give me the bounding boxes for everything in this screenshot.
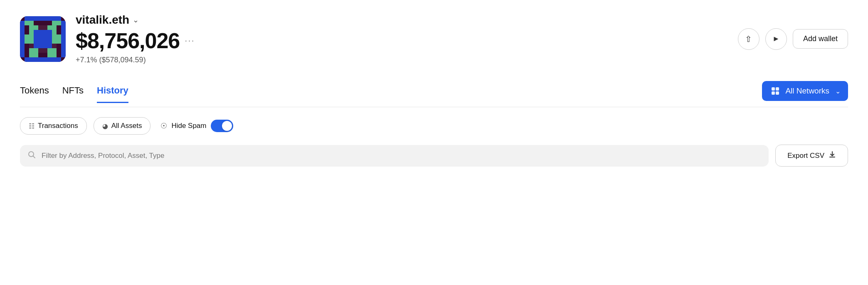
assets-icon: ◕ — [102, 122, 108, 130]
svg-rect-5 — [25, 16, 61, 21]
svg-rect-10 — [25, 34, 34, 44]
avatar — [20, 16, 66, 62]
svg-rect-20 — [776, 87, 779, 91]
svg-rect-3 — [20, 21, 25, 57]
tab-history[interactable]: History — [97, 85, 128, 103]
shield-icon: ☉ — [160, 121, 167, 130]
export-csv-label: Export CSV — [787, 152, 824, 160]
header-right: ⇧ ► Add wallet — [738, 28, 848, 50]
hide-spam-toggle[interactable] — [211, 120, 233, 132]
search-row: Export CSV — [20, 145, 848, 167]
wallet-balance: $8,756,026 — [76, 28, 180, 53]
svg-rect-13 — [47, 48, 57, 57]
tab-nfts[interactable]: NFTs — [62, 85, 84, 103]
header-left: vitalik.eth ⌄ $8,756,026 ··· +7.1% ($578… — [20, 13, 195, 64]
add-wallet-button[interactable]: Add wallet — [793, 29, 848, 49]
networks-chevron-icon: ⌄ — [835, 87, 841, 95]
wallet-change: +7.1% ($578,094.59) — [76, 56, 195, 64]
svg-rect-19 — [772, 87, 775, 91]
share-icon: ⇧ — [745, 34, 752, 44]
svg-rect-6 — [25, 57, 61, 62]
tabs: Tokens NFTs History — [20, 85, 128, 103]
svg-rect-21 — [772, 91, 775, 95]
svg-line-24 — [33, 156, 35, 158]
transactions-label: Transactions — [38, 122, 78, 130]
wallet-name-row: vitalik.eth ⌄ — [76, 13, 195, 27]
wallet-change-value: +7.1% ($578,094.59) — [76, 56, 146, 64]
svg-rect-25 — [829, 157, 835, 157]
hide-spam-label: Hide Spam — [171, 122, 206, 130]
wallet-balance-row: $8,756,026 ··· — [76, 28, 195, 53]
toggle-knob — [222, 121, 232, 131]
send-icon: ► — [772, 34, 780, 43]
hide-spam-group: ☉ Hide Spam — [160, 120, 233, 132]
svg-rect-14 — [38, 34, 47, 44]
svg-rect-17 — [34, 30, 38, 48]
networks-label: All Networks — [785, 86, 829, 96]
all-networks-button[interactable]: All Networks ⌄ — [762, 81, 848, 101]
more-icon[interactable]: ··· — [185, 35, 195, 46]
all-assets-button[interactable]: ◕ All Assets — [94, 117, 151, 135]
transactions-button[interactable]: ☷ Transactions — [20, 117, 87, 135]
header: vitalik.eth ⌄ $8,756,026 ··· +7.1% ($578… — [20, 13, 848, 64]
svg-rect-12 — [29, 48, 38, 57]
svg-rect-22 — [776, 91, 779, 95]
svg-rect-11 — [52, 34, 61, 44]
tabs-section: Tokens NFTs History All Networks ⌄ — [20, 81, 848, 107]
export-download-icon — [829, 151, 836, 160]
search-input-wrapper — [20, 145, 769, 167]
filter-bar: ☷ Transactions ◕ All Assets ☉ Hide Spam — [20, 117, 848, 135]
svg-rect-4 — [61, 21, 66, 57]
tab-tokens[interactable]: Tokens — [20, 85, 49, 103]
share-button[interactable]: ⇧ — [738, 28, 760, 50]
send-button[interactable]: ► — [765, 28, 787, 50]
wallet-info: vitalik.eth ⌄ $8,756,026 ··· +7.1% ($578… — [76, 13, 195, 64]
all-assets-label: All Assets — [111, 122, 142, 130]
search-icon — [27, 150, 36, 161]
networks-grid-icon — [769, 85, 781, 97]
export-csv-button[interactable]: Export CSV — [775, 145, 848, 167]
chevron-down-icon[interactable]: ⌄ — [133, 15, 139, 25]
svg-rect-18 — [47, 30, 52, 48]
filter-lines-icon: ☷ — [29, 122, 35, 130]
search-input[interactable] — [20, 145, 769, 167]
wallet-name: vitalik.eth — [76, 13, 129, 27]
